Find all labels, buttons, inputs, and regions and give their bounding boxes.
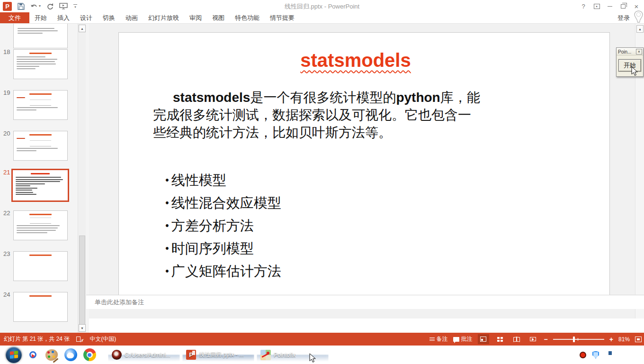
ribbon-tab-9[interactable]: 特色功能: [230, 12, 265, 23]
pointofix-pin-icon[interactable]: [634, 10, 644, 25]
thumbnail-number: 22: [3, 209, 10, 217]
placeholder-line: [16, 181, 60, 182]
placeholder-line: [17, 150, 36, 151]
scroll-up-icon[interactable]: ▲: [79, 25, 86, 32]
close-button[interactable]: ×: [630, 1, 643, 11]
scroll-up-icon[interactable]: ▲: [636, 25, 644, 33]
thumbnail-preview[interactable]: [13, 90, 68, 120]
thumbnail-preview[interactable]: [13, 131, 68, 161]
slide-thumbnail-22[interactable]: 22: [0, 209, 78, 241]
pointofix-title-bar[interactable]: Poin... ×: [617, 48, 643, 55]
thumbnail-preview[interactable]: [11, 169, 69, 202]
scroll-down-icon[interactable]: ▼: [79, 324, 86, 332]
taskbar-window-buttons: C:/Users/Admini...P线性回归.pptx - ...Pointo…: [108, 347, 329, 362]
minimize-button[interactable]: [603, 1, 617, 11]
slide-thumbnail-20[interactable]: 20: [0, 130, 78, 161]
language-indicator[interactable]: 中文(中国): [89, 335, 116, 343]
restore-button[interactable]: [617, 1, 630, 11]
slide-sorter-icon: [497, 337, 503, 342]
notes-pane[interactable]: 单击此处添加备注: [86, 295, 644, 309]
ribbon-tab-4[interactable]: 切换: [98, 12, 120, 23]
slide-thumbnail-23[interactable]: 23: [0, 250, 78, 282]
ribbon-tab-1[interactable]: 开始: [29, 12, 52, 23]
ribbon-display-options-button[interactable]: ▴: [590, 1, 603, 11]
slide-sorter-view-button[interactable]: [494, 334, 506, 344]
ribbon-tab-5[interactable]: 动画: [120, 12, 143, 23]
network-signal-tray-icon[interactable]: [617, 352, 622, 358]
thumbnail-number: 18: [3, 48, 10, 55]
ribbon-tab-10[interactable]: 情节提要: [265, 12, 300, 23]
fit-slide-to-window-button[interactable]: [635, 337, 642, 342]
pointofix-close-icon[interactable]: ×: [636, 49, 642, 55]
zoom-in-button[interactable]: +: [609, 336, 613, 343]
thumbnail-preview[interactable]: [13, 292, 68, 322]
help-button[interactable]: ?: [577, 1, 590, 11]
taskbar-window-label: 线性回归.pptx - ...: [199, 351, 244, 359]
taskbar-window-label: C:/Users/Admini...: [125, 352, 170, 358]
ribbon-tab-8[interactable]: 视图: [207, 12, 230, 23]
security-shield-tray-icon[interactable]: [592, 351, 599, 359]
thumbnail-preview[interactable]: [13, 49, 68, 79]
slide-title[interactable]: statsmodels: [119, 50, 592, 71]
clipboard-tray-icon[interactable]: [605, 352, 611, 358]
volume-tray-icon[interactable]: [628, 352, 635, 358]
taskbar-window-button-1[interactable]: C:/Users/Admini...: [108, 347, 180, 362]
placeholder-line: [17, 64, 56, 64]
ribbon-tab-3[interactable]: 设计: [75, 12, 98, 23]
sign-in-link[interactable]: 登录: [617, 12, 630, 24]
thumbnail-preview[interactable]: [13, 251, 68, 281]
slideshow-view-button[interactable]: [528, 334, 539, 344]
chrome-icon[interactable]: [82, 348, 97, 362]
paragraph-line: 完成很多统计测试，数据探索以及可视化。它也包含一: [153, 106, 520, 124]
paint-app-icon[interactable]: [45, 348, 59, 362]
slide-thumbnail-21[interactable]: 21: [0, 169, 78, 200]
spell-check-icon[interactable]: ✗: [76, 336, 83, 342]
thumbnail-preview[interactable]: [13, 210, 68, 240]
slide-thumbnail-24[interactable]: 24: [0, 291, 78, 322]
file-tab[interactable]: 文件: [0, 12, 29, 23]
zoom-out-button[interactable]: −: [544, 336, 548, 343]
reading-view-button[interactable]: [511, 334, 522, 344]
ribbon-tab-7[interactable]: 审阅: [184, 12, 207, 23]
start-button[interactable]: [6, 347, 22, 363]
placeholder-line: [17, 228, 58, 228]
slide-thumbnail-19[interactable]: 19: [0, 89, 78, 120]
browser-app-icon[interactable]: [63, 348, 78, 362]
placeholder-line: [18, 33, 43, 34]
normal-view-icon: [480, 337, 486, 342]
zoom-slider[interactable]: [553, 339, 604, 340]
taskbar-window-button-2[interactable]: P线性回归.pptx - ...: [182, 347, 254, 362]
placeholder-line: [17, 138, 25, 139]
thumbnail-scrollbar[interactable]: ▲ ▼: [78, 24, 86, 333]
zoom-slider-thumb[interactable]: [573, 337, 575, 342]
ribbon-tab-6[interactable]: 幻灯片放映: [143, 12, 184, 23]
paragraph-segment: 些经典的统计方法，比如贝叶斯方法等。: [153, 125, 392, 140]
slide-thumbnail-panel: 18192021222324 ▲ ▼: [0, 24, 89, 333]
notes-placeholder: 单击此处添加备注: [95, 298, 144, 307]
comments-toggle[interactable]: 批注: [453, 335, 473, 343]
placeholder-line: [16, 185, 30, 186]
placeholder-line: [17, 56, 45, 57]
zoom-percentage[interactable]: 81%: [618, 336, 630, 343]
slide-paragraph[interactable]: statsmodels是一个有很多统计模型的python库，能完成很多统计测试，…: [153, 89, 520, 141]
slide-bullet-list[interactable]: 线性模型线性混合效应模型方差分析方法时间序列模型广义矩阵估计方法: [164, 169, 281, 283]
system-tray: [580, 351, 644, 359]
bullet-item: 方差分析方法: [164, 215, 281, 237]
ribbon-tab-2[interactable]: 插入: [52, 12, 75, 23]
workspace: 18192021222324 ▲ ▼ statsmodels statsmode…: [0, 24, 644, 318]
comment-icon: [453, 337, 459, 342]
scrollbar-thumb[interactable]: [79, 236, 85, 326]
placeholder-line: [17, 230, 56, 231]
slide-thumbnail-18[interactable]: 18: [0, 48, 78, 80]
slide-thumbnail-partial[interactable]: [13, 24, 68, 48]
notes-toggle[interactable]: 备注: [429, 335, 448, 343]
pinned-app-icon-1[interactable]: [26, 348, 40, 362]
taskbar-window-button-3[interactable]: Pointofix: [257, 347, 329, 362]
normal-view-button[interactable]: [478, 334, 489, 344]
media-file-icon: [112, 350, 122, 360]
paragraph-segment: statsmodels: [173, 90, 250, 105]
placeholder-line: [17, 59, 57, 60]
placeholder-line: [29, 134, 51, 136]
screen-record-tray-icon[interactable]: [580, 352, 586, 358]
slide-canvas[interactable]: statsmodels statsmodels是一个有很多统计模型的python…: [118, 32, 610, 308]
